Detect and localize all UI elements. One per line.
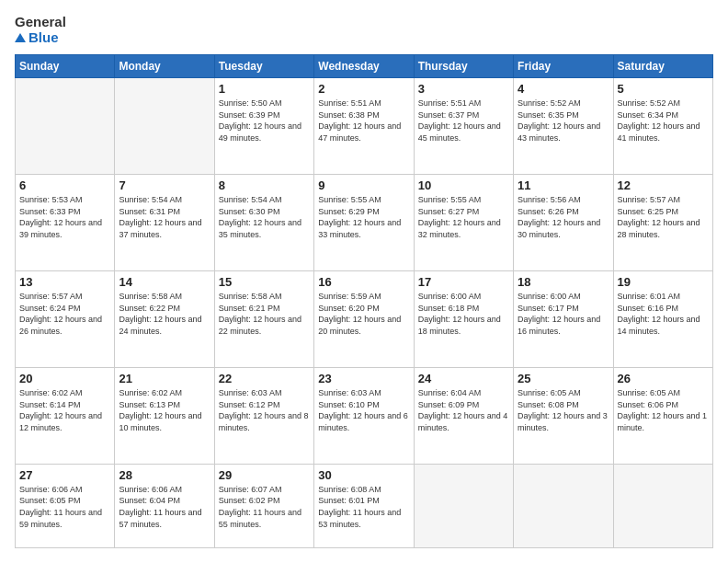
day-cell-26: 26Sunrise: 6:05 AMSunset: 6:06 PMDayligh… [613, 367, 712, 464]
day-number: 18 [518, 275, 609, 289]
day-number: 27 [19, 468, 110, 482]
page-container: General Blue SundayMondayTuesdayWednesda… [0, 0, 728, 563]
day-number: 3 [418, 82, 509, 96]
day-cell-19: 19Sunrise: 6:01 AMSunset: 6:16 PMDayligh… [613, 270, 712, 367]
day-info: Sunrise: 5:58 AMSunset: 6:22 PMDaylight:… [119, 291, 210, 337]
day-info: Sunrise: 6:05 AMSunset: 6:08 PMDaylight:… [518, 387, 609, 433]
day-info: Sunrise: 5:57 AMSunset: 6:24 PMDaylight:… [19, 291, 110, 337]
day-number: 20 [19, 372, 110, 385]
day-number: 14 [119, 275, 210, 289]
day-info: Sunrise: 6:06 AMSunset: 6:04 PMDaylight:… [119, 484, 210, 530]
day-info: Sunrise: 5:54 AMSunset: 6:31 PMDaylight:… [119, 194, 210, 240]
day-cell-21: 21Sunrise: 6:02 AMSunset: 6:13 PMDayligh… [115, 367, 214, 464]
day-info: Sunrise: 6:01 AMSunset: 6:16 PMDaylight:… [618, 291, 709, 337]
logo-general: General [15, 15, 66, 30]
day-info: Sunrise: 6:04 AMSunset: 6:09 PMDaylight:… [418, 387, 509, 433]
day-info: Sunrise: 5:58 AMSunset: 6:21 PMDaylight:… [219, 291, 310, 337]
day-cell-18: 18Sunrise: 6:00 AMSunset: 6:17 PMDayligh… [514, 270, 613, 367]
day-cell-27: 27Sunrise: 6:06 AMSunset: 6:05 PMDayligh… [16, 464, 115, 547]
day-cell-24: 24Sunrise: 6:04 AMSunset: 6:09 PMDayligh… [414, 367, 513, 464]
day-cell-17: 17Sunrise: 6:00 AMSunset: 6:18 PMDayligh… [414, 270, 513, 367]
day-number: 25 [518, 372, 609, 385]
day-number: 29 [219, 468, 310, 482]
day-cell-4: 4Sunrise: 5:52 AMSunset: 6:35 PMDaylight… [514, 78, 613, 175]
day-info: Sunrise: 6:03 AMSunset: 6:12 PMDaylight:… [219, 387, 310, 433]
weekday-header-tuesday: Tuesday [214, 55, 313, 78]
day-number: 15 [219, 275, 310, 289]
day-number: 9 [318, 178, 409, 192]
day-cell-23: 23Sunrise: 6:03 AMSunset: 6:10 PMDayligh… [314, 367, 414, 464]
day-cell-5: 5Sunrise: 5:52 AMSunset: 6:34 PMDaylight… [613, 78, 712, 175]
day-number: 2 [318, 82, 409, 96]
day-cell-3: 3Sunrise: 5:51 AMSunset: 6:37 PMDaylight… [414, 78, 513, 175]
logo-blue: Blue [15, 30, 66, 46]
day-cell-13: 13Sunrise: 5:57 AMSunset: 6:24 PMDayligh… [16, 270, 115, 367]
empty-cell [115, 78, 214, 175]
day-info: Sunrise: 6:02 AMSunset: 6:14 PMDaylight:… [19, 387, 110, 433]
day-number: 7 [119, 178, 210, 192]
calendar-table: SundayMondayTuesdayWednesdayThursdayFrid… [15, 54, 713, 548]
week-row-3: 13Sunrise: 5:57 AMSunset: 6:24 PMDayligh… [16, 270, 713, 367]
week-row-2: 6Sunrise: 5:53 AMSunset: 6:33 PMDaylight… [16, 174, 713, 270]
week-row-1: 1Sunrise: 5:50 AMSunset: 6:39 PMDaylight… [16, 78, 713, 175]
day-number: 28 [119, 468, 210, 482]
day-info: Sunrise: 5:57 AMSunset: 6:25 PMDaylight:… [618, 194, 709, 240]
day-cell-1: 1Sunrise: 5:50 AMSunset: 6:39 PMDaylight… [214, 78, 313, 175]
empty-cell [514, 464, 613, 547]
weekday-header-monday: Monday [115, 55, 214, 78]
day-cell-22: 22Sunrise: 6:03 AMSunset: 6:12 PMDayligh… [214, 367, 313, 464]
day-number: 16 [318, 275, 409, 289]
week-row-5: 27Sunrise: 6:06 AMSunset: 6:05 PMDayligh… [16, 464, 713, 547]
weekday-header-wednesday: Wednesday [314, 55, 414, 78]
day-number: 24 [418, 372, 509, 385]
day-number: 17 [418, 275, 509, 289]
weekday-header-sunday: Sunday [16, 55, 115, 78]
day-cell-10: 10Sunrise: 5:55 AMSunset: 6:27 PMDayligh… [414, 174, 513, 270]
day-info: Sunrise: 5:59 AMSunset: 6:20 PMDaylight:… [318, 291, 409, 337]
weekday-header-saturday: Saturday [613, 55, 712, 78]
day-cell-29: 29Sunrise: 6:07 AMSunset: 6:02 PMDayligh… [214, 464, 313, 547]
day-number: 5 [618, 82, 709, 96]
day-number: 10 [418, 178, 509, 192]
day-cell-11: 11Sunrise: 5:56 AMSunset: 6:26 PMDayligh… [514, 174, 613, 270]
day-cell-8: 8Sunrise: 5:54 AMSunset: 6:30 PMDaylight… [214, 174, 313, 270]
weekday-header-friday: Friday [514, 55, 613, 78]
day-number: 8 [219, 178, 310, 192]
day-number: 13 [19, 275, 110, 289]
day-cell-6: 6Sunrise: 5:53 AMSunset: 6:33 PMDaylight… [16, 174, 115, 270]
logo-text: General Blue [15, 15, 66, 45]
logo: General Blue [15, 15, 88, 45]
day-cell-9: 9Sunrise: 5:55 AMSunset: 6:29 PMDaylight… [314, 174, 414, 270]
day-info: Sunrise: 5:50 AMSunset: 6:39 PMDaylight:… [219, 98, 310, 144]
day-info: Sunrise: 6:00 AMSunset: 6:18 PMDaylight:… [418, 291, 509, 337]
day-info: Sunrise: 6:02 AMSunset: 6:13 PMDaylight:… [119, 387, 210, 433]
day-cell-2: 2Sunrise: 5:51 AMSunset: 6:38 PMDaylight… [314, 78, 414, 175]
day-number: 22 [219, 372, 310, 385]
day-info: Sunrise: 6:00 AMSunset: 6:17 PMDaylight:… [518, 291, 609, 337]
day-number: 12 [618, 178, 709, 192]
day-cell-7: 7Sunrise: 5:54 AMSunset: 6:31 PMDaylight… [115, 174, 214, 270]
day-number: 4 [518, 82, 609, 96]
day-cell-15: 15Sunrise: 5:58 AMSunset: 6:21 PMDayligh… [214, 270, 313, 367]
day-number: 23 [318, 372, 409, 385]
logo-triangle-icon [15, 33, 26, 42]
day-cell-20: 20Sunrise: 6:02 AMSunset: 6:14 PMDayligh… [16, 367, 115, 464]
day-cell-25: 25Sunrise: 6:05 AMSunset: 6:08 PMDayligh… [514, 367, 613, 464]
day-info: Sunrise: 6:05 AMSunset: 6:06 PMDaylight:… [618, 387, 709, 433]
weekday-header-thursday: Thursday [414, 55, 513, 78]
day-info: Sunrise: 5:51 AMSunset: 6:38 PMDaylight:… [318, 98, 409, 144]
day-info: Sunrise: 5:51 AMSunset: 6:37 PMDaylight:… [418, 98, 509, 144]
day-info: Sunrise: 5:55 AMSunset: 6:27 PMDaylight:… [418, 194, 509, 240]
day-cell-28: 28Sunrise: 6:06 AMSunset: 6:04 PMDayligh… [115, 464, 214, 547]
day-info: Sunrise: 5:54 AMSunset: 6:30 PMDaylight:… [219, 194, 310, 240]
day-number: 26 [618, 372, 709, 385]
day-info: Sunrise: 5:52 AMSunset: 6:34 PMDaylight:… [618, 98, 709, 144]
empty-cell [16, 78, 115, 175]
day-number: 30 [318, 468, 409, 482]
header: General Blue [15, 15, 713, 45]
day-cell-16: 16Sunrise: 5:59 AMSunset: 6:20 PMDayligh… [314, 270, 414, 367]
day-number: 19 [618, 275, 709, 289]
day-info: Sunrise: 5:56 AMSunset: 6:26 PMDaylight:… [518, 194, 609, 240]
day-info: Sunrise: 6:08 AMSunset: 6:01 PMDaylight:… [318, 484, 409, 530]
day-number: 6 [19, 178, 110, 192]
